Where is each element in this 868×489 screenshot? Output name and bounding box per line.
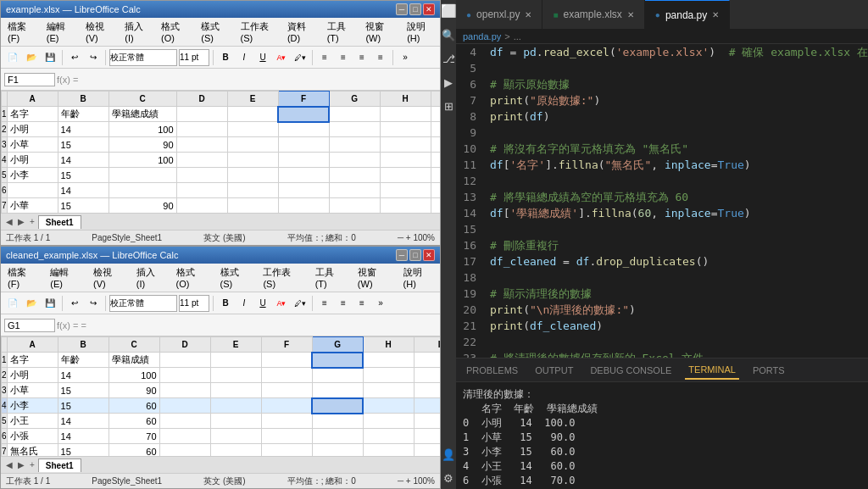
tb-highlight[interactable]: 🖊▾	[292, 49, 309, 66]
tb-redo[interactable]: ↪	[85, 49, 102, 66]
cell-C1-top[interactable]: 學籍總成績	[108, 107, 176, 122]
tab-add-b[interactable]: +	[28, 460, 36, 470]
cell-A6-bot[interactable]: 小張	[7, 429, 58, 444]
cell-F1-bot[interactable]	[261, 353, 312, 368]
menu-insert-bottom[interactable]: 插入(I)	[133, 265, 166, 290]
tb-underline[interactable]: U	[254, 49, 271, 66]
cell-I2-top[interactable]	[431, 122, 440, 137]
tb-italic[interactable]: I	[236, 49, 253, 66]
tab-openxl[interactable]: ● openxl.py ✕	[456, 0, 542, 29]
cell-B6-bot[interactable]: 14	[58, 429, 108, 444]
tab-problems[interactable]: PROBLEMS	[463, 362, 521, 379]
tb-align-right[interactable]: ≡	[353, 49, 370, 66]
cell-A5-top[interactable]: 小李	[7, 168, 58, 183]
cell-D5-top[interactable]	[176, 168, 227, 183]
cell-C4-top[interactable]: 100	[108, 153, 176, 168]
cell-A3-top[interactable]: 小草	[7, 137, 58, 153]
col-E-bottom[interactable]: E	[210, 337, 261, 353]
col-D-bottom[interactable]: D	[159, 337, 210, 353]
menu-help-top[interactable]: 說明(H)	[403, 19, 437, 44]
activity-search[interactable]: 🔍	[441, 27, 456, 42]
tb-italic-b[interactable]: I	[236, 295, 253, 312]
cell-G6-top[interactable]	[329, 183, 380, 198]
cell-B4-bot[interactable]: 15	[58, 398, 108, 414]
cell-D7-top[interactable]	[176, 198, 227, 214]
cell-I6-bot[interactable]	[414, 429, 440, 444]
cell-I1-bot[interactable]	[414, 353, 440, 368]
cell-B5-top[interactable]: 15	[58, 168, 108, 183]
cell-H7-top[interactable]	[380, 198, 431, 214]
col-C-top[interactable]: C	[108, 92, 176, 107]
cell-H5-top[interactable]	[380, 168, 431, 183]
cell-A6-top[interactable]	[7, 183, 58, 198]
tb-align-justify[interactable]: ≡	[372, 49, 389, 66]
tab-close-example[interactable]: ✕	[627, 10, 634, 19]
menu-window-top[interactable]: 視窗(W)	[362, 19, 397, 44]
cell-H1-bot[interactable]	[363, 353, 414, 368]
tab-nav-right-b[interactable]: ▶	[16, 460, 26, 470]
cell-C6-bot[interactable]: 70	[108, 429, 159, 444]
tab-terminal[interactable]: TERMINAL	[685, 361, 739, 380]
cell-C2-bot[interactable]: 100	[108, 368, 159, 383]
menu-edit-top[interactable]: 編輯(E)	[43, 19, 75, 44]
cell-B2-top[interactable]: 14	[58, 122, 108, 137]
cell-B7-top[interactable]: 15	[58, 198, 108, 214]
menu-style-bottom[interactable]: 樣式(S)	[217, 265, 253, 290]
menu-file-top[interactable]: 檔案(F)	[4, 19, 36, 44]
cell-B3-top[interactable]: 15	[58, 137, 108, 153]
font-size-top[interactable]	[179, 49, 209, 66]
cell-D2-bot[interactable]	[159, 368, 210, 383]
cell-D7-bot[interactable]	[159, 444, 210, 457]
tab-nav-left-b[interactable]: ◀	[4, 460, 14, 470]
cell-G5-bot[interactable]	[312, 414, 363, 429]
close-btn-bottom[interactable]: ✕	[423, 249, 435, 261]
tb-align-center[interactable]: ≡	[335, 49, 352, 66]
cell-I5-bot[interactable]	[414, 414, 440, 429]
cell-F4-bot[interactable]	[261, 398, 312, 414]
cell-F6-bot[interactable]	[261, 429, 312, 444]
cell-G2-bot[interactable]	[312, 368, 363, 383]
activity-git[interactable]: ⎇	[441, 51, 456, 66]
menu-tools-bottom[interactable]: 工具(T)	[312, 265, 348, 290]
col-A-top[interactable]: A	[7, 92, 58, 107]
col-B-top[interactable]: B	[58, 92, 108, 107]
cell-F2-top[interactable]	[278, 122, 329, 137]
tb-align-left[interactable]: ≡	[316, 49, 333, 66]
cell-B7-bot[interactable]: 15	[58, 444, 108, 457]
cell-F3-top[interactable]	[278, 137, 329, 153]
cell-I4-top[interactable]	[431, 153, 440, 168]
col-G-bottom[interactable]: G	[312, 337, 363, 353]
cell-A3-bot[interactable]: 小草	[7, 383, 58, 398]
cell-C7-top[interactable]: 90	[108, 198, 176, 214]
tb-undo-b[interactable]: ↩	[66, 295, 83, 312]
menu-style-top[interactable]: 樣式(S)	[198, 19, 230, 44]
cell-E1-bot[interactable]	[210, 353, 261, 368]
cell-G4-bot[interactable]	[312, 398, 363, 414]
tb-bold[interactable]: B	[217, 49, 234, 66]
cell-D3-top[interactable]	[176, 137, 227, 153]
cell-H7-bot[interactable]	[363, 444, 414, 457]
tb-new-b[interactable]: 📄	[4, 295, 21, 312]
cell-E3-top[interactable]	[227, 137, 278, 153]
cell-H5-bot[interactable]	[363, 414, 414, 429]
cell-A1-top[interactable]: 名字	[7, 107, 58, 122]
font-size-bottom[interactable]	[179, 295, 209, 312]
cell-D1-top[interactable]	[176, 107, 227, 122]
col-I-top[interactable]: I	[431, 92, 440, 107]
cell-C7-bot[interactable]: 60	[108, 444, 159, 457]
sheet-tab-1-top[interactable]: Sheet1	[38, 215, 81, 229]
cell-A2-bot[interactable]: 小明	[7, 368, 58, 383]
cell-C3-top[interactable]: 90	[108, 137, 176, 153]
cell-I4-bot[interactable]	[414, 398, 440, 414]
col-A-bottom[interactable]: A	[7, 337, 58, 353]
menu-file-bottom[interactable]: 檔案(F)	[4, 265, 40, 290]
tab-ports[interactable]: PORTS	[749, 362, 788, 379]
tb-fontcolor-b[interactable]: A▾	[273, 295, 290, 312]
cell-E4-bot[interactable]	[210, 398, 261, 414]
sheet-tab-1-bottom[interactable]: Sheet1	[38, 458, 81, 472]
col-E-top[interactable]: E	[227, 92, 278, 107]
tab-add[interactable]: +	[28, 217, 36, 226]
tab-nav-left[interactable]: ◀	[4, 217, 14, 226]
cell-A4-bot[interactable]: 小李	[7, 398, 58, 414]
cell-E5-top[interactable]	[227, 168, 278, 183]
